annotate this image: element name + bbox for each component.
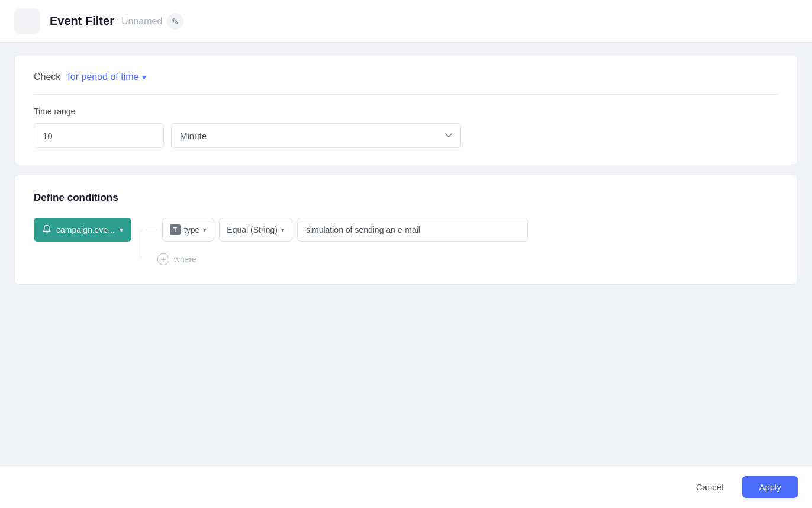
apply-button[interactable]: Apply xyxy=(742,476,798,498)
operator-selector-button[interactable]: Equal (String) ▾ xyxy=(219,218,292,242)
period-label: for period of time xyxy=(67,72,138,82)
header-actions xyxy=(753,12,798,31)
add-where-button[interactable]: + where xyxy=(157,251,196,268)
tree-vertical-line xyxy=(141,230,141,258)
time-range-section: Time range Second Minute Hour Day xyxy=(34,107,778,148)
help-button[interactable] xyxy=(753,12,772,31)
chevron-down-icon: ▾ xyxy=(142,72,146,82)
tree-horizontal-line xyxy=(146,230,157,230)
time-number-input[interactable] xyxy=(34,123,164,148)
time-range-label: Time range xyxy=(34,107,778,116)
header-icon-wrapper xyxy=(14,8,40,34)
footer: Cancel Apply xyxy=(0,465,812,508)
condition-row: T type ▾ Equal (String) ▾ xyxy=(146,218,528,242)
edit-name-button[interactable]: ✎ xyxy=(167,13,183,30)
operator-chevron-icon: ▾ xyxy=(281,226,285,234)
event-selector-label: campaign.eve... xyxy=(56,225,115,234)
conditions-area: campaign.eve... ▾ T type ▾ E xyxy=(34,218,778,268)
time-unit-select[interactable]: Second Minute Hour Day xyxy=(171,123,461,148)
where-label: where xyxy=(174,255,196,264)
conditions-card: Define conditions campaign.eve... ▾ xyxy=(14,175,798,285)
condition-value-input[interactable] xyxy=(297,218,528,242)
field-label: type xyxy=(184,225,199,234)
check-label: Check xyxy=(34,72,60,82)
event-icon xyxy=(42,224,51,236)
plus-icon: + xyxy=(157,253,169,265)
check-row: Check for period of time ▾ xyxy=(34,72,778,82)
check-card: Check for period of time ▾ Time range Se… xyxy=(14,54,798,165)
header-subtitle: Unnamed xyxy=(121,16,162,27)
apply-label: Apply xyxy=(759,482,781,492)
page-title: Event Filter xyxy=(50,14,114,28)
edit-icon: ✎ xyxy=(172,17,179,26)
operator-label: Equal (String) xyxy=(227,225,278,234)
time-range-inputs: Second Minute Hour Day xyxy=(34,123,778,148)
where-row: + where xyxy=(146,249,528,268)
main-content: Check for period of time ▾ Time range Se… xyxy=(0,43,812,465)
event-selector-button[interactable]: campaign.eve... ▾ xyxy=(34,218,131,242)
cancel-button[interactable]: Cancel xyxy=(684,476,736,498)
conditions-title: Define conditions xyxy=(34,192,778,204)
conditions-tree: T type ▾ Equal (String) ▾ + where xyxy=(141,218,528,268)
header: Event Filter Unnamed ✎ xyxy=(0,0,812,43)
close-button[interactable] xyxy=(779,12,798,31)
field-chevron-icon: ▾ xyxy=(203,226,207,234)
cancel-label: Cancel xyxy=(696,482,724,492)
text-type-icon: T xyxy=(170,224,181,235)
divider xyxy=(34,94,778,95)
period-dropdown-button[interactable]: for period of time ▾ xyxy=(67,72,146,82)
chevron-down-icon: ▾ xyxy=(120,226,123,234)
field-selector-button[interactable]: T type ▾ xyxy=(162,218,214,242)
